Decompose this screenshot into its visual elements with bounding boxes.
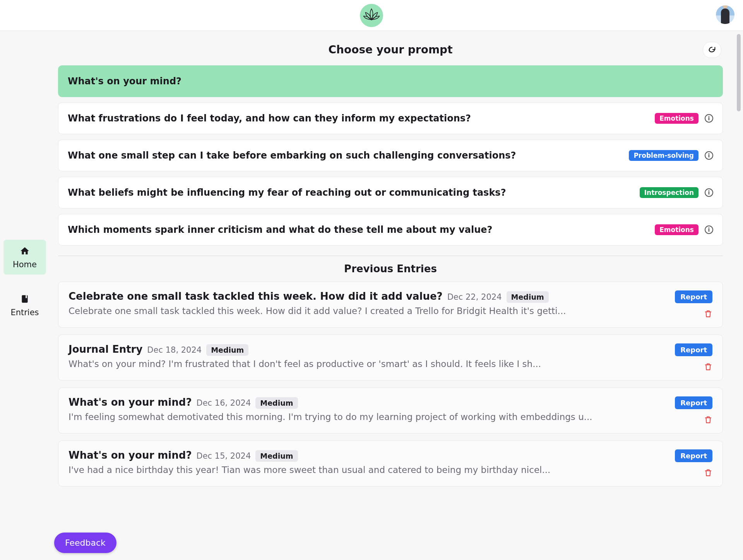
- entry-preview: I've had a nice birthday this year! Tian…: [68, 465, 668, 475]
- top-bar: [0, 0, 743, 31]
- sidebar-item-label: Home: [13, 260, 37, 269]
- entry-preview: Celebrate one small task tackled this we…: [68, 306, 668, 316]
- entry-length: Medium: [206, 344, 248, 356]
- entry-date: Dec 18, 2024: [147, 345, 202, 355]
- prompt-tag: Problem-solving: [629, 150, 698, 161]
- entry-actions: Report: [675, 449, 712, 478]
- entry-preview: What's on your mind? I'm frustrated that…: [68, 359, 668, 369]
- entries-list: Celebrate one small task tackled this we…: [58, 282, 723, 487]
- entry-preview: I'm feeling somewhat demotivated this mo…: [68, 412, 668, 422]
- delete-icon[interactable]: [704, 468, 712, 478]
- entry-card[interactable]: What's on your mind?Dec 15, 2024MediumI'…: [58, 440, 723, 487]
- entry-date: Dec 22, 2024: [447, 292, 502, 302]
- home-icon: [20, 246, 30, 256]
- entry-length: Medium: [507, 291, 549, 303]
- feedback-button[interactable]: Feedback: [54, 533, 116, 553]
- entry-actions: Report: [675, 343, 712, 372]
- prompt-card[interactable]: Which moments spark inner criticism and …: [58, 214, 723, 246]
- entry-date: Dec 15, 2024: [196, 451, 251, 461]
- prompt-card[interactable]: What beliefs might be influencing my fea…: [58, 177, 723, 208]
- prompt-card[interactable]: What frustrations do I feel today, and h…: [58, 102, 723, 134]
- journal-icon: [20, 294, 30, 304]
- prompt-text: What one small step can I take before em…: [68, 150, 623, 161]
- report-button[interactable]: Report: [675, 449, 712, 462]
- scrollbar-thumb[interactable]: [737, 34, 741, 111]
- sidebar-item-entries[interactable]: Entries: [3, 288, 46, 323]
- prompt-tag: Introspection: [640, 187, 698, 198]
- delete-icon[interactable]: [704, 362, 712, 372]
- entry-card[interactable]: What's on your mind?Dec 16, 2024MediumI'…: [58, 388, 723, 434]
- prompt-tag: Emotions: [655, 224, 698, 235]
- refresh-icon: [708, 46, 716, 54]
- section-divider: [58, 256, 723, 256]
- entry-main: What's on your mind?Dec 16, 2024MediumI'…: [68, 396, 668, 422]
- info-icon[interactable]: i: [705, 225, 713, 234]
- prompt-text: What beliefs might be influencing my fea…: [68, 187, 633, 198]
- app-logo[interactable]: [360, 4, 383, 27]
- entry-length: Medium: [255, 397, 298, 409]
- delete-icon[interactable]: [704, 415, 712, 425]
- entry-main: Journal EntryDec 18, 2024MediumWhat's on…: [68, 343, 668, 369]
- entry-main: What's on your mind?Dec 15, 2024MediumI'…: [68, 449, 668, 475]
- main-content: Choose your prompt What's on your mind?W…: [50, 31, 743, 560]
- prompt-text: What frustrations do I feel today, and h…: [68, 113, 649, 124]
- prompts-list: What's on your mind?What frustrations do…: [58, 65, 723, 246]
- prompts-title: Choose your prompt: [58, 43, 723, 56]
- delete-icon[interactable]: [704, 309, 712, 319]
- prompt-card[interactable]: What one small step can I take before em…: [58, 140, 723, 171]
- prompt-text: What's on your mind?: [68, 76, 713, 87]
- svg-rect-1: [26, 295, 27, 298]
- info-icon[interactable]: i: [705, 188, 713, 197]
- info-icon[interactable]: i: [705, 114, 713, 123]
- entry-main: Celebrate one small task tackled this we…: [68, 290, 668, 316]
- entry-title: Journal Entry: [68, 343, 142, 355]
- entry-card[interactable]: Celebrate one small task tackled this we…: [58, 282, 723, 328]
- entries-title: Previous Entries: [58, 263, 723, 275]
- report-button[interactable]: Report: [675, 290, 712, 303]
- report-button[interactable]: Report: [675, 396, 712, 409]
- entry-date: Dec 16, 2024: [196, 398, 251, 408]
- entry-title: Celebrate one small task tackled this we…: [68, 290, 443, 302]
- entry-length: Medium: [255, 450, 298, 462]
- report-button[interactable]: Report: [675, 343, 712, 356]
- entry-title: What's on your mind?: [68, 396, 192, 408]
- entry-actions: Report: [675, 290, 712, 319]
- sidebar-item-label: Entries: [10, 308, 39, 317]
- entry-actions: Report: [675, 396, 712, 425]
- lotus-icon: [362, 6, 381, 25]
- prompt-card[interactable]: What's on your mind?: [58, 65, 723, 97]
- user-avatar[interactable]: [716, 5, 734, 24]
- prompt-text: Which moments spark inner criticism and …: [68, 224, 649, 235]
- sidebar-item-home[interactable]: Home: [3, 240, 46, 275]
- entry-card[interactable]: Journal EntryDec 18, 2024MediumWhat's on…: [58, 335, 723, 381]
- entry-title: What's on your mind?: [68, 449, 192, 461]
- sidebar: Home Entries: [0, 31, 50, 560]
- prompt-tag: Emotions: [655, 113, 698, 124]
- refresh-button[interactable]: [703, 42, 721, 58]
- info-icon[interactable]: i: [705, 151, 713, 160]
